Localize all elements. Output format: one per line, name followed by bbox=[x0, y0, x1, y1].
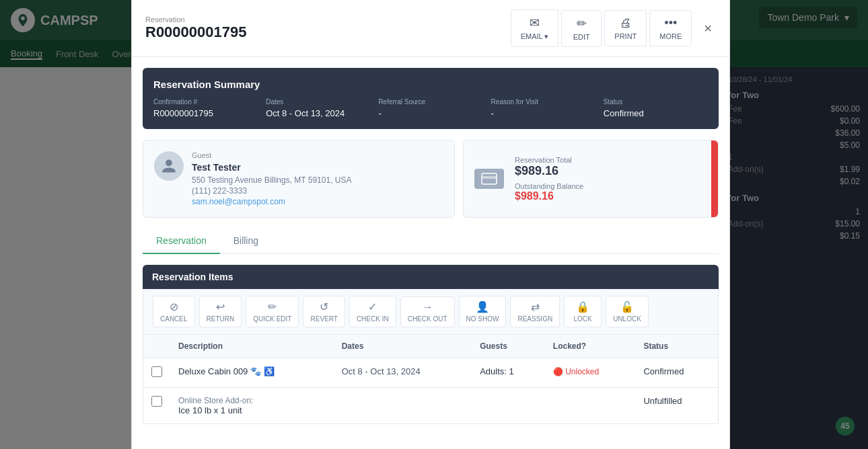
summary-grid: Confirmation # R00000001795 Dates Oct 8 … bbox=[153, 98, 708, 118]
row-1-status: Confirmed bbox=[635, 358, 718, 388]
reservation-label: Reservation bbox=[145, 15, 246, 24]
guest-card: Guest Test Tester 550 Testing Avenue Bil… bbox=[143, 140, 455, 218]
check-out-action-button[interactable]: → CHECK OUT bbox=[400, 296, 455, 327]
table-row: Online Store Add-on: Ice 10 lb x 1 unit … bbox=[143, 388, 719, 424]
reassign-action-label: REASSIGN bbox=[517, 315, 552, 323]
payment-icon bbox=[474, 169, 504, 189]
referral-value: - bbox=[378, 108, 482, 118]
guest-email: sam.noel@campspot.com bbox=[192, 197, 352, 206]
balance-label: Outstanding Balance bbox=[515, 182, 583, 190]
summary-confirmation: Confirmation # R00000001795 bbox=[153, 98, 258, 118]
edit-button[interactable]: ✏ EDIT bbox=[561, 10, 602, 47]
check-in-icon: ✓ bbox=[368, 300, 377, 313]
cancel-action-button[interactable]: ⊘ CANCEL bbox=[153, 296, 195, 327]
row-2-locked bbox=[545, 388, 636, 424]
row-2-checkbox-cell[interactable] bbox=[143, 388, 171, 424]
confirmation-value: R00000001795 bbox=[153, 108, 258, 118]
modal-header-actions: ✉ EMAIL ▾ ✏ EDIT 🖨 PRINT ••• MORE × bbox=[511, 9, 716, 47]
balance-amount: $989.16 bbox=[515, 190, 583, 202]
row-1-dates: Oct 8 - Oct 13, 2024 bbox=[334, 358, 472, 388]
row-2-checkbox[interactable] bbox=[151, 396, 162, 407]
edit-icon: ✏ bbox=[577, 16, 587, 31]
status-value: Confirmed bbox=[604, 108, 708, 118]
check-out-action-label: CHECK OUT bbox=[408, 315, 447, 323]
red-bar bbox=[711, 140, 718, 217]
status-confirmed: Confirmed bbox=[643, 366, 684, 376]
revert-action-button[interactable]: ↺ REVERT bbox=[303, 296, 345, 327]
modal-header: Reservation R00000001795 ✉ EMAIL ▾ ✏ EDI… bbox=[132, 0, 729, 57]
tab-reservation[interactable]: Reservation bbox=[143, 229, 220, 254]
row-1-guests: Adults: 1 bbox=[472, 358, 545, 388]
cancel-action-label: CANCEL bbox=[160, 315, 188, 323]
unlock-action-button[interactable]: 🔓 UNLOCK bbox=[606, 296, 649, 327]
quick-edit-action-button[interactable]: ✏ QUICK EDIT bbox=[246, 296, 299, 327]
print-button[interactable]: 🖨 PRINT bbox=[604, 10, 647, 46]
tabs-row: Reservation Billing bbox=[143, 229, 719, 254]
summary-referral: Referral Source - bbox=[378, 98, 482, 118]
confirmation-label: Confirmation # bbox=[153, 98, 258, 106]
reservation-summary: Reservation Summary Confirmation # R0000… bbox=[143, 68, 719, 129]
reassign-action-button[interactable]: ⇄ REASSIGN bbox=[510, 296, 560, 327]
referral-label: Referral Source bbox=[378, 98, 482, 106]
guest-phone: (111) 222-3333 bbox=[192, 186, 352, 196]
no-show-icon: 👤 bbox=[476, 300, 489, 313]
summary-title: Reservation Summary bbox=[153, 79, 708, 90]
row-1-checkbox-cell[interactable] bbox=[143, 358, 171, 388]
print-icon: 🖨 bbox=[620, 16, 632, 30]
guest-name: Test Tester bbox=[192, 162, 352, 173]
reservation-items-section: Reservation Items ⊘ CANCEL ↩ RETURN ✏ QU… bbox=[143, 265, 719, 424]
cards-row: Guest Test Tester 550 Testing Avenue Bil… bbox=[143, 140, 719, 218]
row-2-status: Unfulfilled bbox=[635, 388, 718, 424]
row-1-checkbox[interactable] bbox=[151, 366, 162, 377]
col-dates: Dates bbox=[334, 335, 472, 358]
reservation-modal: Reservation R00000001795 ✉ EMAIL ▾ ✏ EDI… bbox=[131, 0, 730, 449]
return-action-button[interactable]: ↩ RETURN bbox=[199, 296, 242, 327]
svg-rect-1 bbox=[482, 176, 497, 179]
check-out-icon: → bbox=[422, 301, 433, 313]
guest-label: Guest bbox=[192, 151, 352, 159]
totals-card: Reservation Total $989.16 Outstanding Ba… bbox=[463, 140, 719, 218]
lock-action-button[interactable]: 🔒 LOCK bbox=[564, 296, 602, 327]
revert-icon: ↺ bbox=[320, 300, 328, 313]
close-button[interactable]: × bbox=[700, 17, 716, 40]
revert-action-label: REVERT bbox=[310, 315, 337, 323]
modal-header-left: Reservation R00000001795 bbox=[145, 15, 246, 41]
check-in-action-button[interactable]: ✓ CHECK IN bbox=[349, 296, 396, 327]
table-row: Deluxe Cabin 009 🐾 ♿ Oct 8 - Oct 13, 202… bbox=[143, 358, 719, 388]
row-1-description: Deluxe Cabin 009 🐾 ♿ bbox=[170, 358, 334, 388]
col-status: Status bbox=[635, 335, 718, 358]
more-button[interactable]: ••• MORE bbox=[649, 10, 692, 46]
more-label: MORE bbox=[659, 32, 682, 40]
print-label: PRINT bbox=[614, 32, 637, 40]
no-show-action-label: NO SHOW bbox=[466, 315, 499, 323]
tab-billing[interactable]: Billing bbox=[220, 229, 272, 254]
lock-action-label: LOCK bbox=[574, 315, 592, 323]
reservation-items-header: Reservation Items bbox=[143, 265, 719, 289]
row-2-description: Online Store Add-on: Ice 10 lb x 1 unit bbox=[170, 388, 334, 424]
guest-info: Guest Test Tester 550 Testing Avenue Bil… bbox=[192, 151, 352, 206]
row-2-guests bbox=[472, 388, 545, 424]
email-button[interactable]: ✉ EMAIL ▾ bbox=[511, 9, 559, 47]
lock-icon: 🔒 bbox=[576, 300, 589, 313]
reassign-icon: ⇄ bbox=[531, 300, 540, 313]
more-icon: ••• bbox=[664, 16, 677, 30]
quick-edit-action-label: QUICK EDIT bbox=[253, 315, 291, 323]
col-locked: Locked? bbox=[545, 335, 636, 358]
return-action-label: RETURN bbox=[207, 315, 235, 323]
reservation-number: R00000001795 bbox=[145, 24, 246, 41]
unlock-icon: 🔓 bbox=[620, 300, 634, 313]
col-guests: Guests bbox=[472, 335, 545, 358]
guest-avatar bbox=[154, 151, 184, 181]
row-2-dates bbox=[334, 388, 472, 424]
summary-reason: Reason for Visit - bbox=[491, 98, 595, 118]
total-label: Reservation Total bbox=[515, 156, 583, 164]
return-icon: ↩ bbox=[216, 300, 225, 313]
email-icon: ✉ bbox=[530, 15, 540, 30]
col-checkbox bbox=[143, 335, 171, 358]
reservation-items-actions: ⊘ CANCEL ↩ RETURN ✏ QUICK EDIT ↺ REVERT … bbox=[143, 289, 719, 335]
no-show-action-button[interactable]: 👤 NO SHOW bbox=[459, 296, 507, 327]
edit-label: EDIT bbox=[573, 33, 590, 41]
status-label: Status bbox=[604, 98, 708, 106]
totals-info: Reservation Total $989.16 Outstanding Ba… bbox=[515, 156, 583, 202]
reason-label: Reason for Visit bbox=[491, 98, 595, 106]
